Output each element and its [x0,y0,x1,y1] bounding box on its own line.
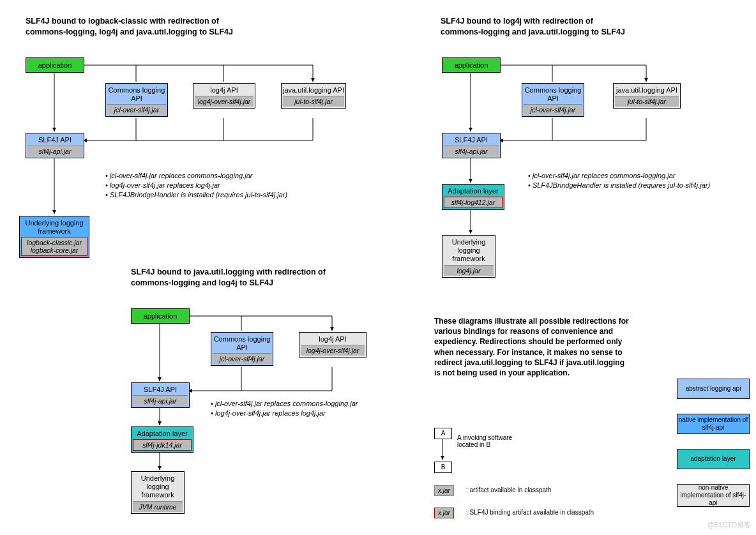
d3-underlying: Underlying logging frameworkJVM runtime [131,471,185,514]
d2-underlying-jar: log4j.jar [444,265,494,276]
d3-commons-api: Commons logging APIjcl-over-slf4j.jar [211,332,273,366]
d2-application: application [442,57,501,73]
legend-nonnative: non-native implementation of slf4j-api [677,484,750,507]
diagram2-title: SLF4J bound to log4j with redirection of… [441,16,632,38]
d3-adapt-jar: slf4j-jdk14.jar [133,439,192,451]
d3-application: application [131,308,190,324]
legend-invoke: A invoking software located in B [457,434,515,448]
d1-application: application [26,57,84,73]
legend-adapt: adaptation layer [677,449,750,469]
d1-jul-jar: jul-to-slf4j.jar [283,96,344,107]
d1-log4j-api: log4j APIlog4j-over-slf4j.jar [193,83,255,109]
d2-underlying: Underlying logging frameworklog4j.jar [442,235,495,278]
d1-jul-api: java.util.logging APIjul-to-slf4j.jar [281,83,346,109]
d3-slf4j-jar: slf4j-api.jar [133,395,188,406]
legend-xjar-desc: : artifact available in classpath [466,486,551,494]
d2-slf4j-jar: slf4j-api.jar [444,146,499,156]
legend-xjar-red-desc: : SLF4J binding artifact available in cl… [466,509,594,516]
d3-underlying-jar: JVM runtime [133,501,183,512]
d3-log4j-api: log4j APIlog4j-over-slf4j.jar [299,332,367,358]
legend-xjar-red: x.jar [434,508,454,518]
d1-commons-jar: jcl-over-slf4j.jar [107,104,166,115]
legend-A: A [434,428,452,439]
legend-abstract: abstract logging api [677,379,750,399]
legend-native: native implementation of slf4j-api [677,414,750,434]
d3-log4j-jar: log4j-over-slf4j.jar [301,345,365,356]
d1-underlying: Underlying logging frameworklogback-clas… [19,216,89,258]
d3-notes: • jcl-over-slf4j.jar replaces commons-lo… [211,399,402,418]
d2-slf4j-api: SLF4J APIslf4j-api.jar [442,133,501,158]
watermark: @51CTO博客 [707,520,751,530]
d2-adapt-jar: slf4j-log412.jar [444,197,503,208]
d1-log4j-jar: log4j-over-slf4j.jar [195,96,253,107]
d3-slf4j-api: SLF4J APIslf4j-api.jar [131,382,190,408]
d1-commons-api: Commons logging APIjcl-over-slf4j.jar [105,83,168,117]
d1-underlying-jar: logback-classic.jar logback-core.jar [21,237,87,256]
explanation: These diagrams illustrate all possible r… [434,316,632,378]
diagram1-title: SLF4J bound to logback-classic with redi… [26,16,236,38]
legend-B: B [434,462,452,473]
d1-slf4j-jar: slf4j-api.jar [27,146,82,156]
d3-commons-jar: jcl-over-slf4j.jar [213,353,271,364]
legend-xjar: x.jar [434,485,454,496]
d2-jul-jar: jul-to-slf4j.jar [615,96,679,107]
d1-slf4j-api: SLF4J APIslf4j-api.jar [26,133,84,158]
d2-commons-api: Commons logging APIjcl-over-slf4j.jar [522,83,584,117]
d2-adaptation: Adaptation layerslf4j-log412.jar [442,184,504,210]
d2-commons-jar: jcl-over-slf4j.jar [524,104,582,115]
d3-adaptation: Adaptation layerslf4j-jdk14.jar [131,426,193,453]
diagram3-title: SLF4J bound to java.util.logging with re… [131,267,335,289]
d2-notes: • jcl-over-slf4j.jar replaces commons-lo… [528,171,756,190]
d1-notes: • jcl-over-slf4j.jar replaces commons-lo… [105,171,361,200]
d2-jul-api: java.util.logging APIjul-to-slf4j.jar [613,83,681,109]
